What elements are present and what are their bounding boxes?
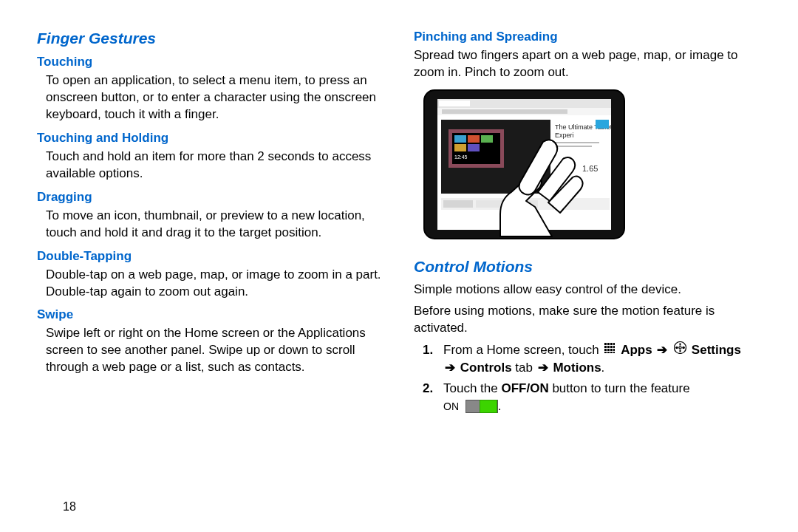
arrow-icon: ➔ (655, 343, 669, 357)
svg-point-52 (680, 347, 681, 349)
svg-rect-18 (555, 146, 592, 147)
right-column: Pinching and Spreading Spread two finger… (414, 30, 761, 417)
svg-rect-12 (454, 144, 466, 151)
svg-rect-26 (604, 343, 607, 345)
apps-label: Apps (621, 343, 652, 357)
step1-text-prefix: From a Home screen, touch (443, 343, 602, 357)
step-1: 1. From a Home screen, touch (423, 341, 761, 377)
apps-grid-icon (604, 341, 615, 359)
body-control-motions-intro1: Simple motions allow easy control of the… (414, 282, 761, 299)
svg-rect-27 (607, 343, 610, 345)
svg-rect-5 (442, 109, 567, 114)
svg-rect-38 (604, 352, 607, 353)
page-number: 18 (63, 500, 76, 514)
svg-rect-41 (613, 352, 615, 353)
body-swipe: Swipe left or right on the Home screen o… (46, 325, 384, 376)
svg-rect-28 (610, 343, 613, 345)
svg-rect-40 (610, 352, 613, 353)
on-toggle-icon (466, 400, 498, 413)
svg-rect-20 (596, 120, 609, 129)
controls-label: Controls (460, 361, 512, 375)
motions-label: Motions (553, 361, 601, 375)
subheading-touching: Touching (37, 55, 384, 69)
body-dragging: To move an icon, thumbnail, or preview t… (46, 208, 384, 242)
step2-text-prefix: Touch the (443, 381, 501, 395)
svg-rect-50 (675, 347, 678, 349)
svg-rect-35 (607, 349, 610, 351)
svg-rect-34 (604, 349, 607, 351)
svg-rect-45 (680, 350, 681, 352)
svg-rect-29 (613, 343, 615, 345)
tablet-pinch-illustration: 12:45 The Ultimate Tablet Experi 1.65 (423, 89, 761, 243)
tab-word: tab (515, 361, 536, 375)
svg-rect-32 (610, 346, 613, 348)
svg-rect-10 (468, 135, 480, 143)
svg-rect-9 (454, 135, 466, 143)
subheading-swipe: Swipe (37, 307, 384, 322)
svg-rect-44 (680, 344, 681, 346)
body-pinching-spreading: Spread two fingers apart on a web page, … (414, 47, 761, 81)
body-control-motions-intro2: Before using motions, make sure the moti… (414, 303, 761, 337)
svg-rect-30 (604, 346, 607, 348)
svg-rect-36 (610, 349, 613, 351)
svg-rect-17 (555, 142, 599, 143)
step2-text-suffix: button to turn the feature (549, 381, 690, 395)
body-touching: To open an application, to select a menu… (46, 72, 384, 123)
settings-label: Settings (692, 343, 741, 357)
section-title-control-motions: Control Motions (414, 258, 761, 276)
subheading-double-tapping: Double-Tapping (37, 249, 384, 264)
svg-text:Experi: Experi (555, 132, 574, 139)
svg-rect-3 (439, 100, 470, 106)
subheading-pinching-spreading: Pinching and Spreading (414, 30, 761, 44)
section-title-finger-gestures: Finger Gestures (37, 30, 384, 47)
svg-rect-31 (607, 346, 610, 348)
left-column: Finger Gestures Touching To open an appl… (37, 30, 384, 417)
svg-rect-39 (607, 352, 610, 353)
steps-list: 1. From a Home screen, touch (423, 341, 761, 415)
svg-text:12:45: 12:45 (454, 154, 468, 160)
arrow-icon-2: ➔ (443, 361, 457, 375)
on-label: ON (443, 400, 459, 412)
settings-gear-icon (674, 341, 686, 359)
step-2: 2. Touch the OFF/ON button to turn the f… (423, 380, 761, 415)
svg-text:1.65: 1.65 (582, 164, 598, 173)
svg-rect-37 (613, 349, 615, 351)
subheading-dragging: Dragging (37, 190, 384, 205)
svg-rect-13 (468, 144, 480, 151)
offon-label: OFF/ON (501, 381, 548, 395)
body-double-tapping: Double-tap on a web page, map, or image … (46, 267, 384, 301)
svg-rect-51 (683, 347, 686, 349)
svg-rect-11 (481, 135, 493, 143)
svg-rect-22 (443, 200, 473, 208)
arrow-icon-3: ➔ (536, 361, 550, 375)
body-touching-holding: Touch and hold an item for more than 2 s… (46, 149, 384, 183)
svg-rect-33 (613, 346, 615, 348)
subheading-touching-holding: Touching and Holding (37, 131, 384, 146)
